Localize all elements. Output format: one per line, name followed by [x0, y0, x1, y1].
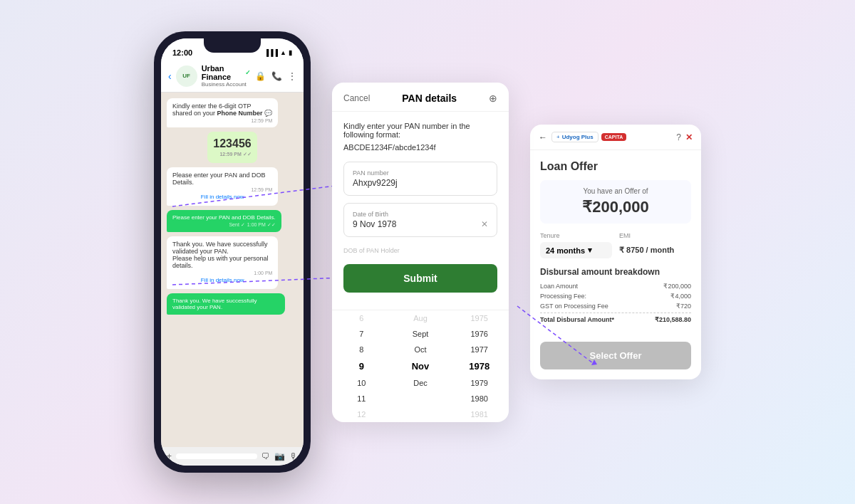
pan-body: Kindly enter your PAN number in the foll…: [332, 112, 509, 310]
breakdown-row-loan: Loan Amount ₹200,000: [540, 283, 691, 290]
pan-cancel-btn[interactable]: Cancel: [343, 93, 370, 103]
chat-avatar: UF: [176, 65, 197, 87]
loan-title: Loan Offer: [540, 160, 691, 173]
chat-area: Kindly enter the 6-digit OTP shared on y…: [161, 93, 304, 447]
loan-tenure-emi: Tenure 24 months ▾ EMI ₹ 8750 / month: [540, 232, 691, 258]
date-row-2: 7 Sept 1976: [332, 326, 509, 342]
fill-in-btn-2[interactable]: Fill in details now: [172, 275, 272, 285]
verified-icon: ✓: [245, 69, 251, 76]
loan-help-icon[interactable]: ?: [676, 132, 681, 142]
emi-box: EMI ₹ 8750 / month: [619, 232, 691, 258]
dob-field-value: 9 Nov 1978: [353, 219, 396, 229]
back-icon[interactable]: ‹: [168, 70, 172, 82]
mic-icon[interactable]: 🎙: [289, 451, 298, 461]
emi-value: ₹ 8750 / month: [619, 242, 691, 258]
date-picker: 6 Aug 1975 7 Sept 1976 8 Oct 1977 9 Nov …: [332, 310, 509, 422]
sticker-icon[interactable]: 🗨: [261, 451, 270, 461]
phone-mockup: 12:00 ▐▐▐ ▲ ▮ ‹ UF Urban Finance ✓ Busin…: [154, 31, 311, 473]
chat-name: Urban Finance ✓: [202, 64, 251, 81]
chat-info: Urban Finance ✓ Business Account: [202, 64, 251, 88]
date-row-6: 11 1980: [332, 391, 509, 406]
udyog-text: Udyog Plus: [562, 134, 594, 140]
date-row-3: 8 Oct 1977: [332, 342, 509, 357]
dob-clear-icon[interactable]: ✕: [481, 219, 488, 229]
pan-number-field[interactable]: PAN number Ahxpv9229j: [343, 162, 497, 196]
dropdown-icon: ▾: [588, 246, 592, 255]
loan-offer-box: You have an Offer of ₹200,000: [540, 180, 691, 224]
tenure-label: Tenure: [540, 232, 612, 239]
wifi-icon: ▲: [280, 49, 286, 56]
more-icon[interactable]: ⋮: [288, 71, 296, 81]
loan-amount: ₹200,000: [547, 198, 684, 216]
loan-body: Loan Offer You have an Offer of ₹200,000…: [530, 150, 701, 336]
pan-field-value: Ahxpv9229j: [353, 178, 398, 188]
dob-placeholder: DOB of PAN Holder: [343, 244, 497, 257]
phone-notch: [204, 38, 261, 53]
date-row-7: 12 1981: [332, 406, 509, 422]
loan-brand-logo: + Udyog Plus CAPITA: [551, 132, 672, 142]
msg-sent-validated: Thank you. We have successfully validate…: [167, 293, 285, 315]
date-row-selected: 9 Nov 1978: [332, 357, 509, 375]
pan-details-panel: Cancel PAN details ⊕ Kindly enter your P…: [332, 83, 509, 422]
whatsapp-header: ‹ UF Urban Finance ✓ Business Account 🔒 …: [161, 60, 304, 93]
phone-screen: 12:00 ▐▐▐ ▲ ▮ ‹ UF Urban Finance ✓ Busin…: [161, 38, 304, 466]
pan-panel-title: PAN details: [402, 93, 457, 104]
date-row-1: 6 Aug 1975: [332, 310, 509, 326]
loan-offer-label: You have an Offer of: [547, 187, 684, 195]
pan-submit-button[interactable]: Submit: [343, 264, 497, 293]
breakdown-row-total: Total Disbursal Amount* ₹210,588.80: [540, 313, 691, 323]
plus-icon[interactable]: +: [167, 451, 172, 461]
chat-subtitle: Business Account: [202, 81, 251, 88]
select-offer-button[interactable]: Select Offer: [540, 342, 691, 369]
camera-icon[interactable]: 📷: [274, 451, 285, 461]
loan-offer-panel: ← + Udyog Plus CAPITA ? ✕ Loan Offer You…: [530, 125, 701, 379]
pan-description: Kindly enter your PAN number in the foll…: [343, 122, 497, 139]
msg-validated: Thank you. We have successfully validate…: [167, 236, 278, 289]
pan-field-label: PAN number: [353, 169, 488, 177]
call-icon[interactable]: 📞: [271, 71, 282, 81]
signal-icon: ▐▐▐: [264, 49, 278, 56]
fill-in-btn-1[interactable]: Fill in details now: [172, 192, 272, 201]
msg-pan-request: Please enter your PAN and DOB Details. 1…: [167, 167, 278, 206]
capita-badge: CAPITA: [601, 133, 627, 141]
msg-otp-value: 123456 12:59 PM ✓✓: [207, 132, 256, 163]
pan-more-icon[interactable]: ⊕: [489, 93, 497, 104]
tenure-value[interactable]: 24 months ▾: [540, 242, 612, 258]
chat-input-bar: + 🗨 📷 🎙: [161, 447, 304, 466]
loan-header: ← + Udyog Plus CAPITA ? ✕: [530, 125, 701, 150]
dob-field[interactable]: Date of Birth 9 Nov 1978 ✕: [343, 203, 497, 237]
msg-otp-request: Kindly enter the 6-digit OTP shared on y…: [167, 98, 278, 127]
emi-label: EMI: [619, 232, 691, 239]
pan-format: ABCDE1234F/abcde1234f: [343, 143, 497, 152]
breakdown-title: Disbursal amount breakdown: [540, 267, 691, 277]
breakdown-row-gst: GST on Processing Fee ₹720: [540, 303, 691, 310]
breakdown-row-fee: Processing Fee: ₹4,000: [540, 293, 691, 300]
msg-sent-pan: Please enter your PAN and DOB Details. S…: [167, 210, 281, 232]
pan-header: Cancel PAN details ⊕: [332, 83, 509, 112]
udyog-badge: + Udyog Plus: [551, 132, 598, 142]
status-icons: ▐▐▐ ▲ ▮: [264, 49, 292, 56]
tenure-box: Tenure 24 months ▾: [540, 232, 612, 258]
loan-back-icon[interactable]: ←: [539, 132, 547, 142]
date-row-5: 10 Dec 1979: [332, 375, 509, 391]
dob-field-label: Date of Birth: [353, 211, 488, 218]
status-time: 12:00: [172, 48, 192, 57]
loan-close-icon[interactable]: ✕: [685, 132, 693, 142]
chat-actions: 🔒 📞 ⋮: [255, 71, 296, 81]
battery-icon: ▮: [289, 49, 292, 56]
message-input[interactable]: [176, 453, 257, 459]
lock-icon: 🔒: [255, 71, 266, 81]
